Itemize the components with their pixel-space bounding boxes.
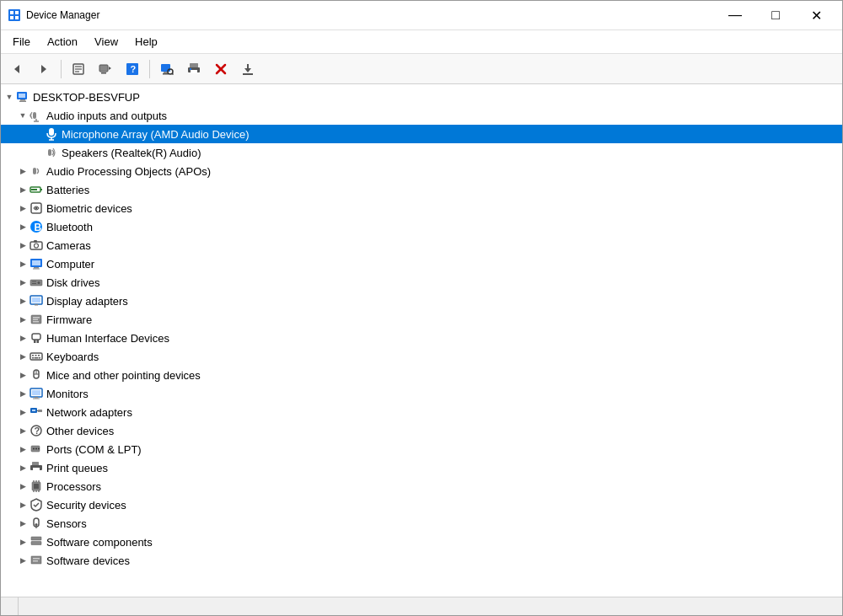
menu-action[interactable]: Action: [39, 32, 86, 51]
svg-rect-13: [101, 72, 106, 74]
print-button[interactable]: [181, 57, 207, 81]
svg-text:?: ?: [131, 64, 137, 74]
tree-item-printqueues[interactable]: ▶ Print queues: [1, 458, 842, 477]
download-button[interactable]: [235, 57, 260, 81]
sensors-expand-arrow[interactable]: ▶: [16, 517, 30, 530]
svg-marker-6: [41, 65, 46, 73]
tree-item-bluetooth[interactable]: ▶ B Bluetooth: [1, 217, 842, 236]
softwaredevices-label: Software devices: [46, 554, 130, 567]
uninstall-button[interactable]: [208, 57, 234, 81]
tree-root[interactable]: ▼ DESKTOP-BESVFUP: [1, 88, 842, 106]
svg-rect-33: [19, 101, 26, 103]
apo-expand-arrow[interactable]: ▶: [16, 164, 30, 178]
hid-label: Human Interface Devices: [46, 332, 169, 345]
tree-item-security[interactable]: ▶ Security devices: [1, 495, 842, 514]
keyboards-expand-arrow[interactable]: ▶: [16, 350, 30, 363]
tree-item-mice[interactable]: ▶ Mice and other pointing devices: [1, 366, 842, 384]
tree-item-softwarecomponents[interactable]: ▶ Software components: [1, 533, 842, 551]
printqueues-expand-arrow[interactable]: ▶: [16, 461, 30, 474]
disk-expand-arrow[interactable]: ▶: [16, 276, 30, 289]
batteries-icon: [30, 183, 43, 196]
security-label: Security devices: [46, 499, 126, 512]
maximize-button[interactable]: □: [756, 1, 795, 30]
tree-item-network[interactable]: ▶ Network adapters: [1, 403, 842, 421]
display-label: Display adapters: [46, 295, 128, 308]
device-tree[interactable]: ▼ DESKTOP-BESVFUP ▼: [1, 84, 842, 597]
audio-expand-arrow[interactable]: ▼: [16, 109, 30, 122]
mice-expand-arrow[interactable]: ▶: [16, 368, 30, 382]
other-icon: ?: [30, 424, 43, 437]
biometric-label: Biometric devices: [46, 202, 132, 215]
audio-label: Audio inputs and outputs: [46, 110, 167, 122]
tree-item-speakers[interactable]: ▶ Speakers (Realtek(R) Audio): [1, 143, 842, 162]
biometric-expand-arrow[interactable]: ▶: [16, 201, 30, 215]
tree-item-other[interactable]: ▶ ? Other devices: [1, 421, 842, 440]
svg-point-50: [35, 244, 39, 248]
ports-expand-arrow[interactable]: ▶: [16, 442, 30, 456]
back-button[interactable]: [4, 57, 30, 81]
cameras-expand-arrow[interactable]: ▶: [16, 238, 30, 252]
tree-item-hid[interactable]: ▶ Human Interface Devices: [1, 329, 842, 347]
softwarecomponents-label: Software components: [46, 536, 153, 549]
softwarecomponents-expand-arrow[interactable]: ▶: [16, 535, 30, 549]
title-bar: Device Manager — □ ✕: [1, 1, 842, 30]
menu-help[interactable]: Help: [126, 32, 166, 51]
display-icon: [30, 294, 43, 308]
network-expand-arrow[interactable]: ▶: [16, 405, 30, 419]
tree-item-keyboards[interactable]: ▶ Keyboards: [1, 347, 842, 366]
close-button[interactable]: ✕: [797, 1, 835, 30]
tree-item-cameras[interactable]: ▶ Cameras: [1, 236, 842, 254]
cameras-label: Cameras: [46, 239, 91, 252]
svg-rect-70: [30, 353, 42, 360]
scan-button[interactable]: [154, 57, 180, 81]
svg-rect-62: [35, 304, 38, 306]
tree-item-processors[interactable]: ▶ Processors: [1, 477, 842, 495]
biometric-icon: [30, 201, 43, 215]
svg-rect-53: [32, 260, 40, 265]
monitors-expand-arrow[interactable]: ▶: [16, 387, 30, 400]
tree-item-batteries[interactable]: ▶ Batteries: [1, 180, 842, 199]
tree-item-display[interactable]: ▶ Display adapters: [1, 292, 842, 310]
batteries-label: Batteries: [46, 184, 89, 196]
svg-rect-49: [30, 242, 42, 249]
tree-item-biometric[interactable]: ▶ Biometric devices: [1, 199, 842, 217]
forward-button[interactable]: [31, 57, 56, 81]
bluetooth-expand-arrow[interactable]: ▶: [16, 220, 30, 233]
firmware-expand-arrow[interactable]: ▶: [16, 313, 30, 326]
computer-expand-arrow[interactable]: ▶: [16, 257, 30, 271]
cameras-icon: [30, 238, 43, 252]
display-expand-arrow[interactable]: ▶: [16, 294, 30, 308]
tree-item-disk[interactable]: ▶ Disk drives: [1, 273, 842, 292]
tree-item-apo[interactable]: ▶ Audio Processing Objects (APOs): [1, 162, 842, 180]
root-expand-arrow[interactable]: ▼: [3, 90, 16, 104]
menu-view[interactable]: View: [86, 32, 126, 51]
svg-rect-86: [38, 410, 42, 412]
tree-item-monitors[interactable]: ▶ Monitors: [1, 384, 842, 403]
processors-expand-arrow[interactable]: ▶: [16, 479, 30, 493]
properties-button[interactable]: [66, 57, 91, 81]
svg-point-91: [33, 448, 35, 450]
softwaredevices-expand-arrow[interactable]: ▶: [16, 554, 30, 567]
tree-item-ports[interactable]: ▶ Ports (COM & LPT): [1, 440, 842, 458]
mice-label: Mice and other pointing devices: [46, 369, 201, 382]
tree-item-audio[interactable]: ▼ Audio inputs and outputs: [1, 106, 842, 125]
window-icon: [8, 8, 21, 22]
speakers-icon: [45, 146, 58, 159]
tree-item-computer[interactable]: ▶ Computer: [1, 254, 842, 273]
other-expand-arrow[interactable]: ▶: [16, 424, 30, 437]
minimize-button[interactable]: —: [716, 1, 754, 30]
menu-file[interactable]: File: [4, 32, 39, 51]
bluetooth-label: Bluetooth: [46, 221, 93, 233]
tree-item-softwaredevices[interactable]: ▶ Software devices: [1, 551, 842, 570]
hid-expand-arrow[interactable]: ▶: [16, 331, 30, 345]
tree-item-microphone[interactable]: ▶ Microphone Array (AMD Audio Device): [1, 125, 842, 143]
computer-icon: [30, 257, 43, 271]
help-button[interactable]: ?: [120, 57, 145, 81]
security-expand-arrow[interactable]: ▶: [16, 498, 30, 512]
tree-item-firmware[interactable]: ▶ Firmware: [1, 310, 842, 329]
tree-item-sensors[interactable]: ▶ Sensors: [1, 514, 842, 533]
svg-marker-5: [14, 65, 19, 73]
svg-rect-61: [32, 297, 40, 303]
update-driver-button[interactable]: [93, 57, 118, 81]
batteries-expand-arrow[interactable]: ▶: [16, 183, 30, 196]
